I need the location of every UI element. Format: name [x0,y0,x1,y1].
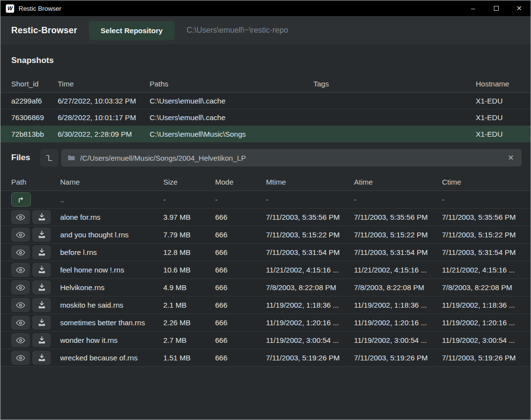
file-atime: 11/19/2002, 1:20:16 ... [354,318,442,327]
minimize-button[interactable]: – [462,0,485,16]
file-row[interactable]: moskito he said.rns 2.1 MB 666 11/19/200… [0,296,531,314]
preview-file-button[interactable] [11,263,30,277]
download-file-button[interactable] [32,333,51,347]
file-mtime: 7/11/2003, 5:35:56 PM [266,213,354,221]
file-atime: 7/11/2003, 5:19:26 PM [354,354,442,362]
eye-icon [16,353,25,363]
download-icon [37,353,46,362]
preview-file-button[interactable] [11,228,30,242]
file-name: wonder how it.rns [60,336,163,344]
file-size: 1.51 MB [163,354,215,362]
column-header-name: Name [60,178,163,186]
preview-file-button[interactable] [11,333,30,347]
snapshot-time: 6/28/2022, 10:01:17 PM [58,113,150,122]
column-header-mode: Mode [215,178,266,186]
parent-ctime: - [442,195,522,204]
file-row[interactable]: wrecked because of.rns 1.51 MB 666 7/11/… [0,349,531,367]
file-ctime: 7/11/2003, 5:31:54 PM [442,248,522,256]
column-header-ctime: Ctime [442,178,522,186]
snapshot-row[interactable]: 76306869 6/28/2022, 10:01:17 PM C:\Users… [0,109,531,126]
file-atime: 11/19/2002, 1:18:36 ... [354,301,442,309]
file-ctime: 11/19/2002, 3:00:54 ... [442,336,522,344]
file-mode: 666 [215,336,266,344]
repository-toolbar: Restic-Browser Select Repository C:\User… [0,16,531,44]
file-row[interactable]: feel home now !.rns 10.6 MB 666 11/21/20… [0,261,531,279]
file-name: and you thought l.rns [60,231,163,239]
eye-icon [16,336,25,345]
file-mode: 666 [215,231,266,239]
maximize-button[interactable] [485,0,508,16]
file-ctime: 7/11/2003, 5:19:26 PM [442,354,522,362]
file-row[interactable]: and you thought l.rns 7.79 MB 666 7/11/2… [0,226,531,244]
download-icon [37,248,46,257]
snapshot-row[interactable]: a2299af6 6/27/2022, 10:03:32 PM C:\Users… [0,93,531,109]
snapshot-time: 6/30/2022, 2:28:09 PM [58,130,150,138]
preview-file-button[interactable] [11,210,30,224]
parent-directory-row[interactable]: .. - - - - - [0,191,531,209]
preview-file-button[interactable] [11,351,30,365]
download-file-button[interactable] [32,315,51,330]
file-row[interactable]: alone for.rns 3.97 MB 666 7/11/2003, 5:3… [0,209,531,226]
file-atime: 7/8/2003, 8:22:08 PM [354,283,442,292]
file-atime: 7/11/2003, 5:31:54 PM [354,248,442,256]
download-file-button[interactable] [32,280,51,294]
go-up-button[interactable] [11,192,31,207]
download-file-button[interactable] [32,298,51,312]
snapshot-short-id: 76306869 [11,113,58,122]
eye-icon [16,318,25,328]
file-name: Helvikone.rns [60,283,163,292]
download-icon [37,318,46,327]
download-file-button[interactable] [32,228,51,242]
download-file-button[interactable] [32,351,51,365]
eye-icon [16,283,25,293]
column-header-path: Path [11,178,60,186]
file-mtime: 11/19/2002, 1:20:16 ... [266,318,354,327]
select-repository-button[interactable]: Select Repository [89,21,175,40]
files-path-value: /C/Users/emuell/Music/Songs/2004_Helveti… [80,154,502,162]
download-icon [37,265,46,274]
file-row[interactable]: before l.rns 12.8 MB 666 7/11/2003, 5:31… [0,244,531,261]
snapshots-table-body: a2299af6 6/27/2022, 10:03:32 PM C:\Users… [0,93,531,143]
eye-icon [16,265,25,275]
snapshot-paths: C:\Users\emuell\.cache [150,97,313,105]
file-mtime: 7/11/2003, 5:31:54 PM [266,248,354,256]
column-header-time: Time [58,80,150,88]
file-atime: 7/11/2003, 5:15:22 PM [354,231,442,239]
file-mtime: 11/19/2002, 3:00:54 ... [266,336,354,344]
file-row[interactable]: wonder how it.rns 2.7 MB 666 11/19/2002,… [0,332,531,349]
snapshot-paths: C:\Users\emuell\Music\Songs [150,130,313,138]
dump-snapshot-button[interactable] [40,149,58,167]
files-path-input[interactable]: /C/Users/emuell/Music/Songs/2004_Helveti… [61,149,522,167]
files-section-title: Files [11,153,30,163]
snapshot-short-id: 72b813bb [11,130,58,138]
file-name: feel home now !.rns [60,266,163,274]
download-icon [37,300,46,310]
snapshot-time: 6/27/2022, 10:03:32 PM [58,97,150,105]
file-name: wrecked because of.rns [60,354,163,362]
file-ctime: 11/19/2002, 1:20:16 ... [442,318,522,327]
parent-size: - [163,195,215,204]
parent-mode: - [215,195,266,204]
download-file-button[interactable] [32,245,51,259]
download-icon [37,230,46,239]
app-title: Restic-Browser [11,25,77,36]
preview-file-button[interactable] [11,245,30,259]
close-button[interactable]: ✕ [508,0,531,16]
preview-file-button[interactable] [11,315,30,330]
column-header-mtime: Mtime [266,178,354,186]
snapshot-short-id: a2299af6 [11,97,58,105]
download-file-button[interactable] [32,263,51,277]
download-file-button[interactable] [32,210,51,224]
snapshot-row[interactable]: 72b813bb 6/30/2022, 2:28:09 PM C:\Users\… [0,126,531,143]
preview-file-button[interactable] [11,280,30,294]
file-ctime: 11/19/2002, 1:18:36 ... [442,301,522,309]
file-row[interactable]: sometimes better than.rns 2.26 MB 666 11… [0,314,531,332]
parent-atime: - [354,195,442,204]
file-mode: 666 [215,283,266,292]
eye-icon [16,300,25,310]
clear-path-button[interactable]: ✕ [506,152,516,163]
file-row[interactable]: Helvikone.rns 4.9 MB 666 7/8/2003, 8:22:… [0,279,531,296]
file-ctime: 7/11/2003, 5:15:22 PM [442,231,522,239]
file-mode: 666 [215,301,266,309]
preview-file-button[interactable] [11,298,30,312]
